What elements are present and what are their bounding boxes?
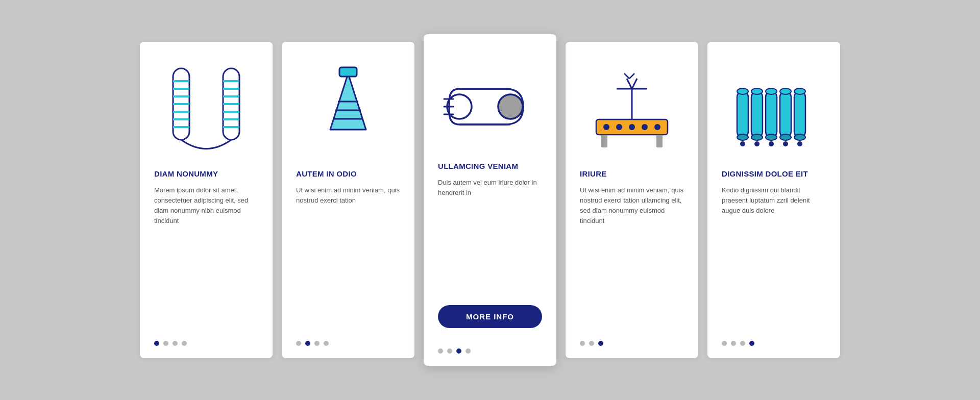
dot: [154, 341, 159, 346]
svg-point-52: [780, 88, 791, 94]
svg-point-60: [783, 141, 788, 146]
svg-point-56: [794, 134, 805, 140]
card-5-dots: [722, 341, 754, 346]
card-4-icon: [580, 58, 684, 160]
svg-rect-42: [737, 91, 748, 137]
dot: [749, 341, 754, 346]
dot: [447, 348, 452, 354]
svg-line-38: [627, 79, 632, 89]
svg-rect-51: [780, 91, 791, 137]
svg-rect-48: [766, 91, 777, 137]
dot: [598, 341, 603, 346]
card-4: IRIURE Ut wisi enim ad minim veniam, qui…: [566, 42, 698, 358]
svg-point-22: [498, 94, 523, 119]
dot: [731, 341, 736, 346]
svg-point-30: [616, 124, 622, 130]
card-4-title: IRIURE: [580, 169, 607, 178]
card-1-dots: [154, 341, 187, 346]
dot: [296, 341, 301, 346]
svg-point-58: [754, 141, 760, 146]
dot: [438, 348, 443, 354]
card-5-title: DIGNISSIM DOLOE EIT: [722, 169, 808, 178]
svg-point-33: [654, 124, 660, 130]
card-3-dots: [438, 348, 471, 354]
svg-line-41: [629, 73, 634, 79]
svg-point-50: [766, 134, 777, 140]
card-2: AUTEM IN ODIO Ut wisi enim ad minim veni…: [282, 42, 414, 358]
svg-point-44: [737, 134, 748, 140]
card-3-title: ULLAMCING VENIAM: [438, 162, 518, 170]
dot: [182, 341, 187, 346]
dot: [456, 348, 461, 354]
card-1-icon: [154, 58, 258, 160]
card-2-title: AUTEM IN ODIO: [296, 169, 357, 178]
svg-point-61: [797, 141, 802, 146]
dot: [465, 348, 471, 354]
svg-point-47: [751, 134, 763, 140]
svg-point-53: [780, 134, 791, 140]
dot: [324, 341, 329, 346]
card-4-text: Ut wisi enim ad minim veniam, quis nostr…: [580, 185, 684, 332]
svg-point-43: [737, 88, 748, 94]
dot: [314, 341, 320, 346]
svg-point-31: [629, 124, 635, 130]
card-5-text: Kodio dignissim qui blandit praesent lup…: [722, 185, 826, 332]
svg-rect-34: [601, 135, 607, 147]
svg-point-32: [642, 124, 648, 130]
svg-point-57: [740, 141, 745, 146]
more-info-button[interactable]: MORE INFO: [438, 305, 542, 328]
dot: [740, 341, 745, 346]
svg-rect-54: [794, 91, 805, 137]
svg-point-46: [751, 88, 763, 94]
card-3: ULLAMCING VENIAM Duis autem vel eum iriu…: [424, 34, 556, 366]
svg-rect-45: [751, 91, 763, 137]
dot: [305, 341, 310, 346]
svg-point-49: [766, 88, 777, 94]
dot: [589, 341, 594, 346]
svg-point-59: [769, 141, 774, 146]
svg-line-39: [632, 79, 637, 89]
card-3-icon: [438, 51, 542, 153]
card-2-icon: [296, 58, 400, 160]
svg-rect-17: [339, 67, 357, 77]
svg-point-29: [603, 124, 609, 130]
card-5: DIGNISSIM DOLOE EIT Kodio dignissim qui …: [707, 42, 840, 358]
card-1: DIAM NONUMMY Morem ipsum dolor sit amet,…: [140, 42, 273, 358]
card-1-title: DIAM NONUMMY: [154, 169, 218, 178]
cards-container: DIAM NONUMMY Morem ipsum dolor sit amet,…: [0, 14, 980, 386]
card-4-dots: [580, 341, 603, 346]
svg-point-55: [794, 88, 805, 94]
card-3-text: Duis autem vel eum iriure dolor in hendr…: [438, 178, 542, 296]
card-2-text: Ut wisi enim ad minim veniam, quis nostr…: [296, 185, 400, 332]
dot: [173, 341, 178, 346]
dot: [163, 341, 168, 346]
card-1-text: Morem ipsum dolor sit amet, consectetuer…: [154, 185, 258, 332]
dot: [580, 341, 585, 346]
svg-rect-35: [656, 135, 663, 147]
card-5-icon: [722, 58, 826, 160]
card-2-dots: [296, 341, 329, 346]
dot: [722, 341, 727, 346]
svg-line-40: [624, 73, 629, 79]
